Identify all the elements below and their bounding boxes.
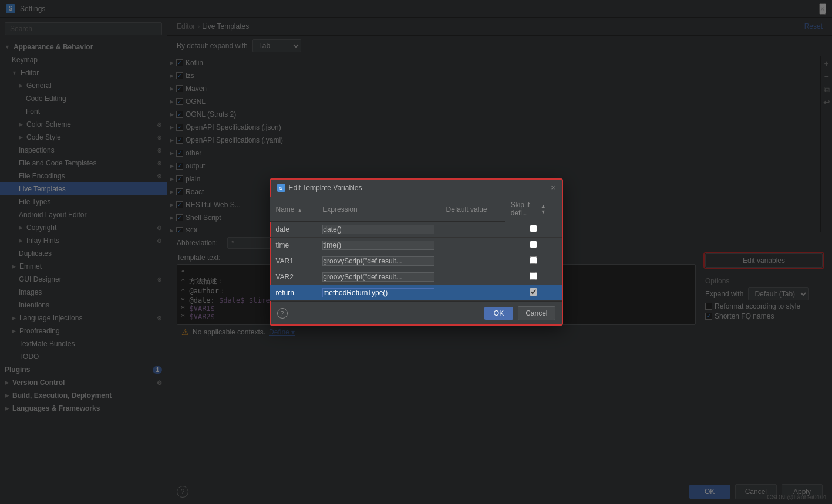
- modal-help-button[interactable]: ?: [277, 308, 288, 319]
- col-default: Default value: [440, 197, 505, 221]
- table-row: date: [270, 221, 562, 237]
- row-name: return: [270, 285, 317, 300]
- modal-icon: S: [277, 184, 285, 192]
- modal-ok-button[interactable]: OK: [484, 307, 513, 320]
- row-name: date: [270, 221, 317, 237]
- row-expression[interactable]: [316, 285, 440, 300]
- row-name: VAR2: [270, 269, 317, 285]
- row-default: [440, 221, 505, 237]
- expression-input[interactable]: [322, 256, 434, 266]
- modal-titlebar-left: S Edit Template Variables: [277, 184, 362, 192]
- col-expression: Expression: [316, 197, 440, 221]
- col-skip: Skip if defi... ▲▼: [505, 197, 552, 221]
- row-expression[interactable]: [316, 253, 440, 269]
- modal-close-button[interactable]: ×: [551, 184, 555, 192]
- table-row-selected: return: [270, 285, 562, 300]
- row-skip: [505, 237, 562, 253]
- scroll-arrows[interactable]: ▲▼: [541, 203, 546, 215]
- expression-input[interactable]: [322, 241, 434, 250]
- table-row: VAR2: [270, 269, 562, 285]
- row-expression[interactable]: [316, 221, 440, 237]
- row-default: [440, 269, 505, 285]
- modal-titlebar: S Edit Template Variables ×: [270, 179, 562, 197]
- skip-checkbox[interactable]: [530, 241, 537, 248]
- row-default: [440, 237, 505, 253]
- row-expression[interactable]: [316, 269, 440, 285]
- row-skip: [505, 285, 562, 300]
- table-row: time: [270, 237, 562, 253]
- skip-checkbox[interactable]: [530, 288, 537, 296]
- row-name: time: [270, 237, 317, 253]
- sort-arrow-up: ▲: [298, 208, 302, 213]
- row-default: [440, 285, 505, 300]
- skip-checkbox[interactable]: [530, 225, 537, 232]
- row-expression[interactable]: [316, 237, 440, 253]
- skip-checkbox[interactable]: [530, 256, 537, 264]
- row-default: [440, 253, 505, 269]
- modal-cancel-button[interactable]: Cancel: [518, 306, 555, 320]
- skip-checkbox[interactable]: [530, 272, 537, 280]
- row-name: VAR1: [270, 253, 317, 269]
- expression-input[interactable]: [322, 225, 434, 234]
- modal-footer: ? OK Cancel: [270, 301, 562, 325]
- modal-body: Name ▲ Expression Default value Skip if …: [270, 197, 562, 301]
- modal-title: Edit Template Variables: [289, 184, 362, 192]
- col-name: Name ▲: [270, 197, 317, 221]
- row-skip: [505, 221, 562, 237]
- row-skip: [505, 253, 562, 269]
- modal-table: Name ▲ Expression Default value Skip if …: [270, 197, 562, 301]
- modal-overlay: S Edit Template Variables × Name ▲ Expre…: [0, 0, 832, 504]
- row-skip: [505, 269, 562, 285]
- expression-input[interactable]: [322, 272, 434, 282]
- expression-input[interactable]: [322, 288, 434, 297]
- modal-table-wrapper: Name ▲ Expression Default value Skip if …: [270, 197, 562, 301]
- table-row: VAR1: [270, 253, 562, 269]
- edit-variables-modal: S Edit Template Variables × Name ▲ Expre…: [270, 178, 563, 326]
